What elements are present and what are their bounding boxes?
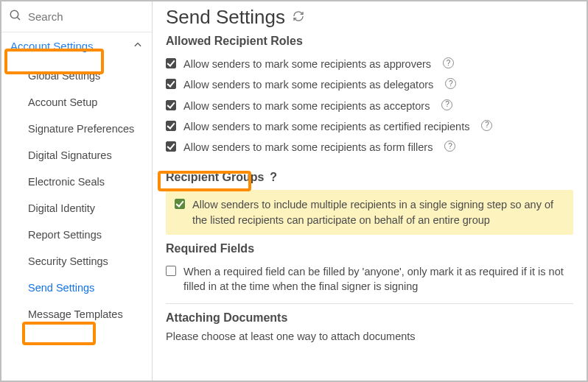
search-icon [9, 9, 22, 24]
checkbox-icon[interactable] [166, 121, 176, 131]
refresh-icon[interactable] [293, 10, 304, 24]
sidebar-item-label: Message Templates [28, 308, 123, 320]
divider [166, 303, 573, 304]
search-row [1, 1, 152, 32]
sidebar-item-label: Digital Signatures [28, 149, 112, 161]
allowed-roles-options: Allow senders to mark some recipients as… [166, 54, 573, 158]
section-title-recipient-groups: Recipient Groups ? [166, 171, 573, 184]
help-icon[interactable]: ? [481, 120, 492, 131]
checkbox-icon[interactable] [166, 100, 176, 110]
help-icon[interactable]: ? [443, 57, 454, 68]
sidebar-item-security-settings[interactable]: Security Settings [1, 248, 152, 275]
sidebar-item-label: Security Settings [28, 255, 108, 267]
nav-section-account-settings[interactable]: Account Settings [1, 32, 152, 60]
sidebar-item-send-settings[interactable]: Send Settings [1, 275, 152, 301]
sidebar-item-global-settings[interactable]: Global Settings [1, 63, 152, 89]
search-input[interactable] [28, 10, 143, 23]
sidebar-item-digital-identity[interactable]: Digital Identity [1, 195, 152, 222]
option-approvers[interactable]: Allow senders to mark some recipients as… [166, 54, 573, 74]
checkbox-icon[interactable] [166, 141, 176, 152]
nav-items: Global Settings Account Setup Signature … [1, 60, 152, 328]
option-label: Allow senders to mark some recipients as… [183, 57, 431, 71]
sidebar-item-label: Global Settings [28, 70, 100, 82]
help-icon[interactable]: ? [441, 99, 452, 110]
attaching-documents-note: Please choose at least one way to attach… [166, 330, 573, 342]
sidebar-item-account-setup[interactable]: Account Setup [1, 89, 152, 116]
option-label: Allow senders to mark some recipients as… [183, 99, 430, 113]
help-icon[interactable]: ? [445, 78, 456, 89]
option-form-fillers[interactable]: Allow senders to mark some recipients as… [166, 137, 573, 158]
checkbox-icon[interactable] [166, 58, 176, 68]
option-acceptors[interactable]: Allow senders to mark some recipients as… [166, 96, 573, 116]
section-title-required-fields: Required Fields [166, 242, 573, 255]
page-title: Send Settings [166, 6, 285, 29]
sidebar-item-report-settings[interactable]: Report Settings [1, 222, 152, 248]
help-icon[interactable]: ? [270, 171, 277, 184]
checkbox-icon[interactable] [166, 266, 176, 276]
sidebar-item-label: Report Settings [28, 229, 102, 241]
option-certified-recipients[interactable]: Allow senders to mark some recipients as… [166, 116, 573, 137]
recipient-groups-highlight: Allow senders to include multiple recipi… [166, 190, 573, 235]
option-delegators[interactable]: Allow senders to mark some recipients as… [166, 74, 573, 95]
section-title-attaching-documents: Attaching Documents [166, 311, 573, 325]
section-title-label: Allowed Recipient Roles [166, 35, 303, 48]
sidebar: Account Settings Global Settings Account… [1, 1, 153, 381]
option-label: When a required field can be filled by '… [183, 264, 573, 294]
sidebar-item-message-templates[interactable]: Message Templates [1, 301, 152, 328]
page-title-row: Send Settings [166, 6, 573, 29]
sidebar-item-digital-signatures[interactable]: Digital Signatures [1, 142, 152, 169]
sidebar-item-label: Digital Identity [28, 202, 95, 214]
option-label: Allow senders to mark some recipients as… [183, 119, 469, 134]
svg-line-1 [17, 17, 20, 20]
sidebar-item-electronic-seals[interactable]: Electronic Seals [1, 169, 152, 195]
section-title-label: Recipient Groups [166, 171, 264, 184]
option-label: Allow senders to include multiple recipi… [192, 197, 564, 227]
option-recipient-groups[interactable]: Allow senders to include multiple recipi… [175, 197, 564, 227]
checkbox-icon[interactable] [166, 79, 176, 89]
nav-section-label: Account Settings [10, 40, 94, 52]
sidebar-item-label: Send Settings [28, 282, 94, 294]
section-title-label: Required Fields [166, 242, 254, 255]
svg-point-0 [10, 10, 18, 18]
sidebar-item-signature-preferences[interactable]: Signature Preferences [1, 116, 152, 142]
option-label: Allow senders to mark some recipients as… [183, 140, 433, 155]
section-title-allowed-roles: Allowed Recipient Roles [166, 35, 573, 48]
option-required-fields[interactable]: When a required field can be filled by '… [166, 261, 573, 297]
checkbox-icon[interactable] [175, 199, 185, 209]
sidebar-item-label: Account Setup [28, 96, 97, 108]
section-title-label: Attaching Documents [166, 311, 287, 325]
help-icon[interactable]: ? [444, 141, 455, 152]
option-label: Allow senders to mark some recipients as… [183, 77, 433, 92]
chevron-up-icon [133, 40, 143, 52]
main-content: Send Settings Allowed Recipient Roles Al… [153, 1, 587, 381]
sidebar-item-label: Signature Preferences [28, 123, 134, 135]
sidebar-item-label: Electronic Seals [28, 176, 105, 188]
